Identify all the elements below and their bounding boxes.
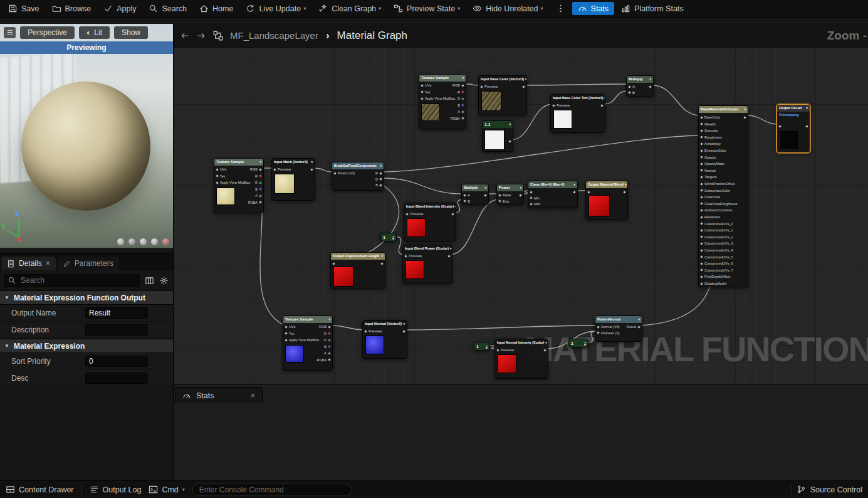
node-title[interactable]: 1.1▾ [483,121,513,128]
columns-icon[interactable] [145,276,154,285]
node-title[interactable]: Output Result▾ [777,105,810,112]
pin-UVs[interactable]: UVs [216,167,226,172]
pin-in[interactable] [332,261,335,266]
breadcrumb-parent[interactable]: MF_LandscapeLayer [230,30,318,41]
pin-UVs[interactable]: UVs [421,83,431,88]
pin-out[interactable] [649,84,652,89]
pin-in[interactable] [778,124,782,129]
node-title[interactable]: Input Normal Intensity (Scalar)▾ [495,339,548,346]
search-input[interactable] [4,274,140,287]
pin-EmissiveColor[interactable]: EmissiveColor [700,148,726,153]
console-input[interactable] [192,484,352,496]
pin-in[interactable] [530,189,533,194]
pin-out[interactable] [623,189,626,194]
shape-button-cylinder[interactable] [117,238,125,246]
shape-button-mesh[interactable] [162,238,170,246]
gear-icon[interactable] [159,276,169,285]
node-power[interactable]: Power▾BaseExp [496,184,524,205]
pin-OpacityMask[interactable]: OpacityMask [700,161,724,166]
toolbar-search-button[interactable]: Search [143,2,192,15]
field-input-output-name[interactable] [85,307,148,319]
back-arrow-icon[interactable] [180,31,190,41]
pin-out[interactable] [310,167,313,172]
shape-button-sphere[interactable] [128,238,136,246]
pin-ShadingModel[interactable]: ShadingModel [700,281,726,286]
pin-out[interactable] [583,342,587,347]
node-constant-1-c[interactable]: 1▾ [568,339,588,347]
pin-Tangent[interactable]: Tangent [700,174,717,179]
pin-UVs[interactable]: UVs [285,324,295,329]
pin-Specular[interactable]: Specular [700,128,718,133]
node-input-blend-intensity[interactable]: Input Blend Intensity (Scalar)▾Preview [404,203,456,241]
node-title[interactable]: Input Normal (Vector3)▾ [363,321,407,327]
pin-RGB[interactable]: RGB [452,83,464,88]
pin-Base[interactable]: Base [498,193,511,198]
pin-AmbientOcclusion[interactable]: AmbientOcclusion [700,208,732,213]
pin-A[interactable]: A [458,109,464,114]
pin-Preview[interactable]: Preview [552,103,570,108]
node-input-base-color-tint[interactable]: Input Base Color Tint (Vector3)▾Preview [550,94,605,133]
node-output-material-blend[interactable]: Output Material Blend▾ [585,181,628,220]
toolbar-more-button[interactable] [550,2,571,15]
preview-viewport[interactable]: ≡ Perspective ◐Lit Show Previewing Z Y X [0,24,173,248]
pin-Tex[interactable]: Tex [421,90,431,95]
pin-out[interactable] [447,253,451,258]
pin-B[interactable]: B [255,187,262,192]
pin-Apply View MipBias[interactable]: Apply View MipBias [421,96,455,101]
toolbar-preview-state-button[interactable]: Preview State▾ [388,2,466,15]
pin-Preview[interactable]: Preview [405,211,423,216]
pin-CustomizedUVs_4[interactable]: CustomizedUVs_4 [700,248,733,253]
source-control-button[interactable]: Source Control [792,485,862,495]
toolbar-clean-graph-button[interactable]: Clean Graph▾ [313,2,387,15]
pin-Result[interactable]: Result [626,324,641,329]
toolbar-stats-button[interactable]: Stats [572,2,615,15]
tab-parameters[interactable]: Parameters [57,257,119,270]
pin-Opacity[interactable]: Opacity [700,155,716,160]
pin-Normal[interactable]: Normal [700,168,716,173]
node-texture-sample-3[interactable]: Texture Sample▾UVsTexApply View MipBiasR… [283,315,333,371]
field-input-description[interactable] [85,324,148,336]
pin-Flatness (S)[interactable]: Flatness (S) [597,331,620,336]
pin-ClearCoat[interactable]: ClearCoat [700,194,720,199]
pin-Tex[interactable]: Tex [216,174,226,179]
pin-out[interactable] [573,189,576,194]
pin-Preview[interactable]: Preview [273,167,291,172]
pin-CustomizedUVs_3[interactable]: CustomizedUVs_3 [700,241,733,246]
node-title[interactable]: MakeMaterialAttributes▾ [699,106,748,113]
pin-out[interactable] [805,124,808,129]
pin-SubsurfaceColor[interactable]: SubsurfaceColor [700,188,730,193]
lit-button[interactable]: ◐Lit [79,26,110,39]
node-constant-1-b[interactable]: 1▾ [474,342,490,351]
pin-A[interactable]: A [324,351,331,356]
material-graph-canvas[interactable]: MATERIAL FUNCTION MF_LandscapeLayer › Ma… [173,24,868,384]
pin-Anisotropy[interactable]: Anisotropy [700,141,721,146]
pin-RGBA[interactable]: RGBA [316,358,331,363]
toolbar-platform-stats-button[interactable]: Platform Stats [615,2,689,15]
node-title[interactable]: Input Base Color (Vector3)▾ [479,76,526,83]
toolbar-browse-button[interactable]: Browse [46,2,97,15]
section-header[interactable]: ▼Material Expression Function Output [0,290,173,305]
node-title[interactable]: Input Blend Power (Scalar)▾ [403,245,452,252]
pin-Float3 (V3)[interactable]: Float3 (V3) [333,171,355,176]
pin-Exp[interactable]: Exp [498,199,509,204]
shape-button-plane[interactable] [139,238,147,246]
pin-A[interactable]: A [463,193,470,198]
pin-in[interactable] [587,189,590,194]
pin-G[interactable]: G [324,337,331,342]
pin-RGB[interactable]: RGB [319,324,331,329]
node-make-material-attributes[interactable]: MakeMaterialAttributes▾BaseColorMetallic… [698,105,748,287]
output-log-button[interactable]: Output Log [90,485,142,494]
pin-out[interactable] [402,329,405,334]
pin-out[interactable] [543,347,546,352]
toolbar-home-button[interactable]: Home [194,2,239,15]
pin-B[interactable]: B [375,183,382,188]
node-breakout-float3[interactable]: BreakOutFloat3Components▾Float3 (V3)RGB [332,162,384,191]
pin-WorldPositionOffset[interactable]: WorldPositionOffset [700,181,735,186]
viewport-menu-icon[interactable]: ≡ [4,27,16,38]
pin-BaseColor[interactable]: BaseColor [700,115,721,120]
node-input-blend-power[interactable]: Input Blend Power (Scalar)▾Preview [402,245,452,283]
toolbar-hide-unrelated-button[interactable]: Hide Unrelated▾ [467,2,548,15]
node-input-base-color[interactable]: Input Base Color (Vector3)▾Preview [478,75,527,115]
pin-Preview[interactable]: Preview [496,347,514,352]
pin-RGBA[interactable]: RGBA [248,200,262,205]
